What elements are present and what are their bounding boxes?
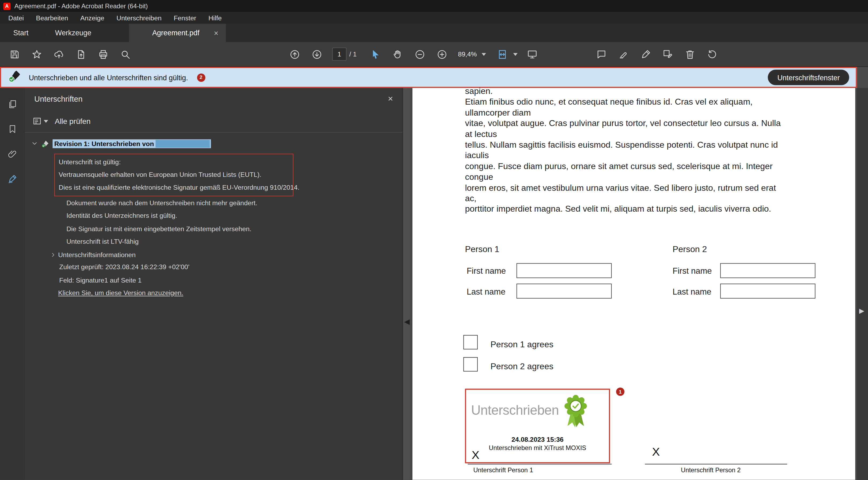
menu-fenster[interactable]: Fenster — [168, 12, 203, 24]
person2-heading: Person 2 — [673, 244, 707, 254]
chevron-down-icon[interactable] — [31, 140, 38, 147]
menu-datei[interactable]: Datei — [2, 12, 30, 24]
attachments-button[interactable] — [3, 145, 21, 162]
person1-first-name-input[interactable] — [517, 263, 612, 278]
menubar: Datei Bearbeiten Anzeige Unterschreiben … — [0, 12, 868, 24]
menu-bearbeiten[interactable]: Bearbeiten — [30, 12, 74, 24]
print-button[interactable] — [92, 45, 114, 63]
person2-first-name-input[interactable] — [720, 263, 815, 278]
page-total-label: / 1 — [349, 50, 357, 58]
menu-hilfe[interactable]: Hilfe — [202, 12, 228, 24]
page-number-input[interactable] — [332, 47, 347, 61]
tab-document[interactable]: Agreement.pdf × — [129, 24, 226, 42]
signatures-panel-header: Unterschriften × — [25, 88, 402, 110]
signature1-line — [468, 464, 612, 465]
vertical-scrollbar[interactable]: ▶ — [857, 88, 868, 480]
close-panel-icon[interactable]: × — [388, 94, 393, 104]
document-text-line: sapien. — [465, 88, 781, 97]
sign-button[interactable] — [634, 45, 657, 63]
zoom-out-icon — [414, 49, 425, 59]
stamp-date: 24.08.2023 15:36 — [466, 436, 609, 443]
zoom-out-button[interactable] — [409, 45, 431, 63]
delete-button[interactable] — [679, 45, 701, 63]
tab-werkzeuge[interactable]: Werkzeuge — [42, 24, 105, 42]
comment-button[interactable] — [590, 45, 613, 63]
acrobat-window: A Agreement.pdf - Adobe Acrobat Reader (… — [0, 0, 868, 480]
expand-right-pane-icon[interactable]: ▶ — [859, 307, 864, 315]
person2-first-name-label: First name — [673, 266, 712, 275]
detail-line: Dokument wurde nach dem Unterschreiben n… — [66, 197, 402, 210]
display-icon — [527, 49, 537, 59]
highlight-button[interactable] — [612, 45, 634, 63]
signatures-panel-title: Unterschriften — [34, 95, 83, 103]
validate-options-button[interactable] — [33, 117, 48, 126]
export-file-icon — [75, 49, 86, 59]
bookmarks-button[interactable] — [3, 120, 21, 138]
signature-info-expander[interactable]: Unterschriftsinformationen — [25, 248, 402, 261]
person1-heading: Person 1 — [465, 244, 499, 254]
signatures-panel-button[interactable] — [3, 170, 21, 187]
collapse-panel-icon[interactable]: ◀ — [404, 317, 410, 325]
person1-last-name-input[interactable] — [517, 284, 612, 299]
document-text-line: congue. Fusce diam purus, ornare sit ame… — [465, 161, 781, 172]
select-tool-button[interactable] — [364, 45, 386, 63]
next-page-button[interactable] — [306, 45, 328, 63]
signature-valid-icon — [41, 139, 50, 148]
document-text-line: ullamcorper diam — [465, 107, 781, 118]
comment-icon — [596, 49, 606, 59]
fit-width-button[interactable] — [491, 45, 514, 63]
menu-unterschreiben[interactable]: Unterschreiben — [111, 12, 168, 24]
tab-document-label: Agreement.pdf — [152, 29, 199, 37]
search-button[interactable] — [114, 45, 136, 63]
revision-row[interactable]: Revision 1: Unterschrieben von — [25, 138, 402, 149]
signature-panel-button[interactable]: Unterschriftsfenster — [768, 70, 849, 85]
tabbar: Start Werkzeuge Agreement.pdf × — [0, 24, 868, 42]
view-version-link[interactable]: Klicken Sie, um diese Version anzuzeigen… — [58, 287, 183, 300]
verify-all-button[interactable]: Alle prüfen — [55, 117, 91, 125]
previous-page-button[interactable] — [283, 45, 306, 63]
document-text-line: lorem eros, sit amet vestibulum urna var… — [465, 182, 781, 193]
validity-line: Dies ist eine qualifizierte elektronisch… — [59, 181, 289, 194]
scroll-mode-button[interactable] — [521, 45, 543, 63]
cursor-icon — [370, 49, 381, 59]
toolbar: / 1 89,4% — [0, 42, 868, 67]
signature-stamp[interactable]: Unterschrieben 24 — [465, 389, 610, 464]
cloud-upload-icon — [53, 49, 64, 59]
window-title: Agreement.pdf - Adobe Acrobat Reader (64… — [14, 3, 148, 9]
person1-agrees-checkbox[interactable] — [463, 335, 478, 349]
zoom-in-icon — [437, 49, 447, 59]
page-thumbnails-button[interactable] — [3, 95, 21, 113]
star-icon — [31, 49, 42, 59]
save-icon — [9, 49, 20, 59]
zoom-in-button[interactable] — [431, 45, 453, 63]
favorite-button[interactable] — [26, 45, 48, 63]
menu-anzeige[interactable]: Anzeige — [74, 12, 111, 24]
share-button[interactable] — [48, 45, 70, 63]
chevron-down-icon[interactable] — [513, 53, 518, 56]
signature-valid-icon — [8, 70, 21, 85]
annotation-badge-2: 2 — [197, 73, 205, 81]
signature-status-message: Unterschrieben und alle Unterschriften s… — [29, 73, 188, 81]
export-pdf-button[interactable] — [70, 45, 92, 63]
page-down-icon — [311, 49, 322, 59]
rotate-button[interactable] — [701, 45, 723, 63]
signatures-tree: Revision 1: Unterschrieben von Unterschr… — [25, 133, 402, 300]
fill-sign-button[interactable] — [657, 45, 679, 63]
tab-close-icon[interactable]: × — [214, 29, 218, 37]
fill-sign-icon — [662, 49, 673, 59]
person2-agrees-checkbox[interactable] — [463, 357, 478, 372]
main-area: Unterschriften × Alle prüfen — [0, 88, 868, 480]
stamp-x-mark: X — [471, 448, 479, 462]
detail-line: Unterschrift ist LTV-fähig — [66, 235, 402, 248]
highlighter-icon — [618, 49, 628, 59]
document-text-line: iaculis — [465, 150, 781, 161]
signature-status-bar: Unterschrieben und alle Unterschriften s… — [0, 67, 857, 88]
zoom-level-dropdown[interactable]: 89,4% — [453, 47, 491, 62]
document-text-line: Etiam finibus odio nunc, et consequat ne… — [465, 96, 781, 107]
hand-tool-button[interactable] — [386, 45, 409, 63]
tab-start[interactable]: Start — [0, 24, 42, 42]
person2-last-name-input[interactable] — [720, 284, 815, 299]
pdf-page: sapien. Etiam finibus odio nunc, et cons… — [412, 88, 855, 480]
save-button[interactable] — [3, 45, 26, 63]
detail-line: Identität des Unterzeichners ist gültig. — [66, 210, 402, 222]
